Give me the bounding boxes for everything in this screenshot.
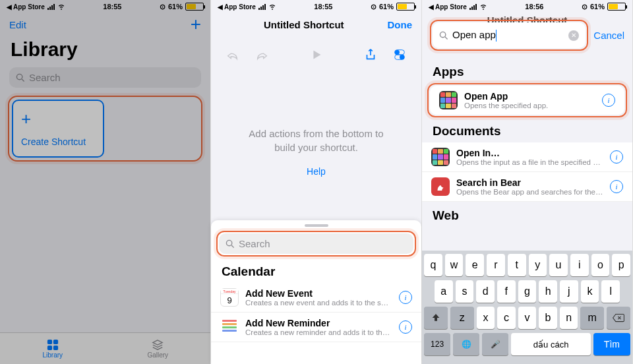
result-open-in[interactable]: Open In…Opens the input as a file in the… [422, 142, 632, 172]
svg-rect-4 [47, 345, 52, 349]
svg-point-0 [16, 74, 22, 79]
key-k[interactable]: k [581, 280, 599, 303]
key-f[interactable]: f [497, 280, 516, 303]
done-button[interactable]: Done [388, 19, 413, 30]
status-bar: ◀ App Store 18:55 ⊙ 61% [0, 0, 210, 13]
search-value[interactable]: Open app [452, 29, 564, 42]
battery-icon [396, 3, 415, 11]
numbers-key[interactable]: 123 [424, 333, 450, 355]
nav-bar: Edit + [0, 13, 210, 36]
key-n[interactable]: n [560, 307, 578, 329]
settings-toggle-icon[interactable] [392, 47, 407, 62]
key-r[interactable]: r [487, 254, 505, 276]
toolbar [211, 36, 421, 74]
signal-icon [469, 4, 477, 10]
key-z[interactable]: z [450, 307, 474, 329]
info-button[interactable]: i [399, 291, 412, 304]
key-b[interactable]: b [539, 307, 557, 329]
clock: 18:56 [525, 3, 543, 11]
share-icon[interactable] [363, 47, 378, 62]
key-u[interactable]: u [549, 254, 568, 276]
key-l[interactable]: l [601, 280, 620, 303]
drag-handle[interactable] [305, 224, 328, 227]
action-search-active[interactable]: Open app ✕ [433, 22, 586, 48]
key-y[interactable]: y [529, 254, 547, 276]
create-shortcut-tile[interactable]: + Create Shortcut [12, 100, 104, 158]
redo-icon[interactable] [255, 47, 269, 62]
info-button[interactable]: i [610, 150, 623, 164]
key-e[interactable]: e [466, 254, 484, 276]
result-search-bear[interactable]: Search in BearOpens the Bear app and sea… [422, 172, 632, 202]
key-p[interactable]: p [612, 254, 630, 276]
cancel-button[interactable]: Cancel [593, 30, 624, 41]
back-to-appstore[interactable]: ◀ App Store [429, 3, 467, 11]
key-x[interactable]: x [477, 307, 495, 329]
tab-gallery[interactable]: Gallery [106, 333, 211, 364]
key-i[interactable]: i [570, 254, 589, 276]
library-search-input[interactable] [29, 72, 195, 83]
edit-button[interactable]: Edit [9, 19, 26, 30]
clear-search-icon[interactable]: ✕ [568, 30, 579, 41]
undo-icon[interactable] [226, 47, 240, 62]
key-o[interactable]: o [591, 254, 610, 276]
svg-line-1 [22, 79, 24, 82]
play-icon[interactable] [309, 47, 324, 62]
status-bar: ◀ App Store 18:55 ⊙ 61% [211, 0, 421, 13]
globe-key[interactable]: 🌐 [453, 333, 479, 355]
back-to-appstore[interactable]: ◀ App Store [218, 3, 256, 11]
key-t[interactable]: t [508, 254, 526, 276]
open-app-icon [439, 91, 458, 109]
plus-icon: + [21, 110, 95, 127]
key-d[interactable]: d [476, 280, 495, 303]
action-sheet: Calendar Tuesday9 Add New EventCreates a… [211, 220, 421, 364]
section-apps: Apps [422, 58, 632, 83]
calendar-icon: Tuesday9 [220, 288, 239, 307]
battery-percent: 61% [168, 3, 183, 11]
svg-line-13 [445, 37, 448, 40]
svg-rect-5 [53, 345, 58, 349]
nav-bar: Untitled Shortcut Done [211, 13, 421, 36]
bear-icon [431, 177, 450, 196]
info-button[interactable]: i [602, 94, 615, 107]
key-c[interactable]: c [497, 307, 516, 329]
key-m[interactable]: m [580, 307, 604, 329]
svg-point-12 [440, 32, 445, 37]
key-a[interactable]: a [435, 280, 453, 303]
add-shortcut-button[interactable]: + [191, 15, 201, 34]
backspace-key[interactable] [607, 307, 630, 329]
battery-icon [607, 3, 626, 11]
section-documents: Documents [422, 117, 632, 142]
key-s[interactable]: s [456, 280, 474, 303]
action-row-add-reminder[interactable]: Add New ReminderCreates a new reminder a… [211, 313, 421, 342]
info-button[interactable]: i [610, 180, 623, 193]
result-open-app[interactable]: Open AppOpens the specified app. i [430, 86, 624, 115]
panel-editor: ◀ App Store 18:55 ⊙ 61% Untitled Shortcu… [211, 0, 422, 364]
key-q[interactable]: q [424, 254, 442, 276]
key-g[interactable]: g [518, 280, 537, 303]
library-search[interactable] [9, 67, 201, 88]
info-button[interactable]: i [399, 320, 412, 334]
library-icon [46, 339, 59, 351]
key-h[interactable]: h [539, 280, 557, 303]
wifi-icon [268, 3, 276, 10]
alarm-icon: ⊙ [371, 3, 377, 11]
space-key[interactable]: dấu cách [511, 333, 590, 355]
svg-rect-3 [53, 339, 58, 344]
key-w[interactable]: w [445, 254, 464, 276]
action-row-add-event[interactable]: Tuesday9 Add New EventCreates a new even… [211, 283, 421, 313]
create-shortcut-label: Create Shortcut [21, 136, 95, 147]
clock: 18:55 [103, 3, 121, 11]
back-to-appstore[interactable]: ◀ App Store [7, 3, 45, 11]
shift-key[interactable] [424, 307, 448, 329]
mic-key[interactable]: 🎤 [482, 333, 508, 355]
shortcut-title: Untitled Shortcut [264, 19, 344, 30]
action-search-input[interactable] [239, 238, 407, 249]
enter-key[interactable]: Tìm [593, 333, 630, 355]
battery-percent: 61% [590, 3, 605, 11]
key-j[interactable]: j [560, 280, 578, 303]
key-v[interactable]: v [518, 307, 537, 329]
tab-library[interactable]: Library [0, 333, 106, 364]
action-search[interactable] [219, 233, 413, 254]
reminders-icon [220, 318, 239, 336]
help-link[interactable]: Help [211, 166, 421, 177]
